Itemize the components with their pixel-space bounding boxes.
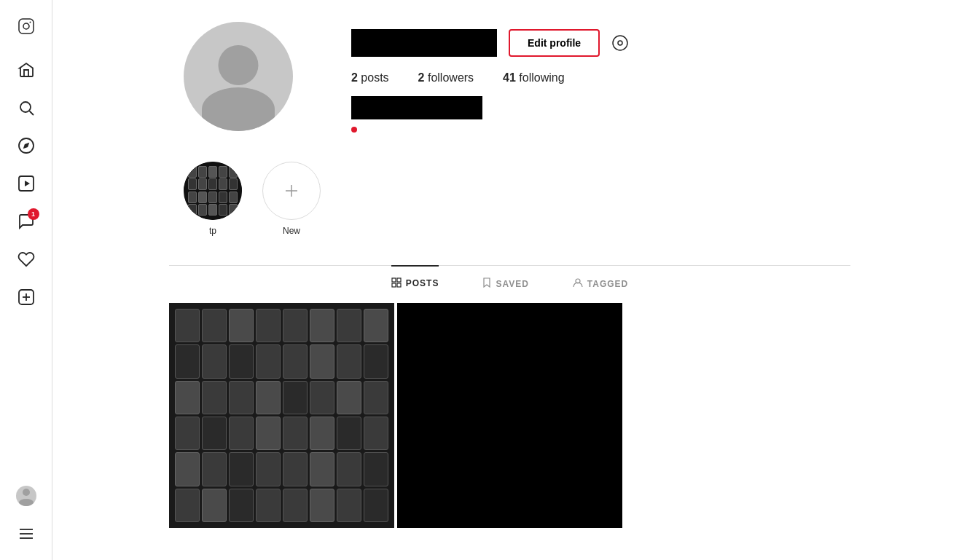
story-new-label: New [283,226,300,236]
tagged-tab-label: TAGGED [587,279,628,289]
tabs-row: POSTS SAVED TAGGED [169,266,850,300]
svg-rect-19 [392,278,396,282]
avatar-body [202,87,275,131]
avatar-wrap [184,22,293,131]
story-tp[interactable]: tp [184,162,242,236]
posts-grid [169,300,850,531]
svg-marker-6 [23,143,28,149]
svg-line-4 [29,111,34,116]
sidebar: 1 [0,0,52,560]
story-tp-label: tp [209,226,216,236]
following-stat[interactable]: 41 following [503,71,565,84]
tab-posts[interactable]: POSTS [391,265,439,300]
svg-point-3 [20,102,31,112]
svg-point-1 [23,23,29,29]
sidebar-item-explore[interactable] [9,128,44,163]
posts-tab-label: POSTS [406,278,439,288]
posts-stat[interactable]: 2 posts [351,71,389,84]
sidebar-item-profile[interactable] [9,478,44,513]
sidebar-item-create[interactable] [9,280,44,315]
svg-rect-22 [397,283,401,287]
settings-button[interactable] [611,34,629,52]
sidebar-item-more[interactable] [9,516,44,551]
profile-top-row: Edit profile [351,29,836,57]
grid-post-dark[interactable] [397,303,622,528]
avatar [184,22,293,131]
story-new[interactable]: New [262,162,321,236]
stories-row: tp New [169,162,850,258]
saved-tab-label: SAVED [496,279,528,289]
sidebar-item-notifications[interactable] [9,242,44,277]
main-content: Edit profile 2 posts 2 followers [52,0,967,560]
svg-rect-0 [19,19,34,33]
followers-stat[interactable]: 2 followers [418,71,474,84]
edit-profile-button[interactable]: Edit profile [509,29,600,57]
svg-marker-8 [25,181,30,186]
username-block [351,29,497,57]
profile-info: Edit profile 2 posts 2 followers [351,22,836,133]
svg-rect-21 [392,283,396,287]
svg-point-15 [613,36,627,50]
tab-saved[interactable]: SAVED [482,266,528,300]
instagram-logo-icon[interactable] [9,9,44,44]
avatar-head [219,45,259,85]
svg-point-2 [29,22,31,23]
tab-tagged[interactable]: TAGGED [573,266,628,300]
sidebar-item-messages[interactable]: 1 [9,204,44,239]
sidebar-item-home[interactable] [9,52,44,87]
bio-block [351,96,482,119]
svg-point-16 [618,41,622,45]
sidebar-item-reels[interactable] [9,166,44,201]
messages-badge: 1 [28,208,39,220]
saved-tab-icon [482,277,491,290]
posts-tab-icon [391,277,402,290]
sidebar-item-search[interactable] [9,90,44,125]
grid-post-keyboard[interactable] [169,303,394,528]
red-dot-indicator [351,127,357,133]
svg-rect-20 [397,278,401,282]
story-add-button[interactable] [262,162,321,220]
profile-area: Edit profile 2 posts 2 followers [169,0,850,133]
story-tp-thumbnail [184,162,242,220]
profile-header: Edit profile 2 posts 2 followers [184,22,836,133]
stats-row: 2 posts 2 followers 41 following [351,71,836,84]
tagged-tab-icon [573,277,583,290]
